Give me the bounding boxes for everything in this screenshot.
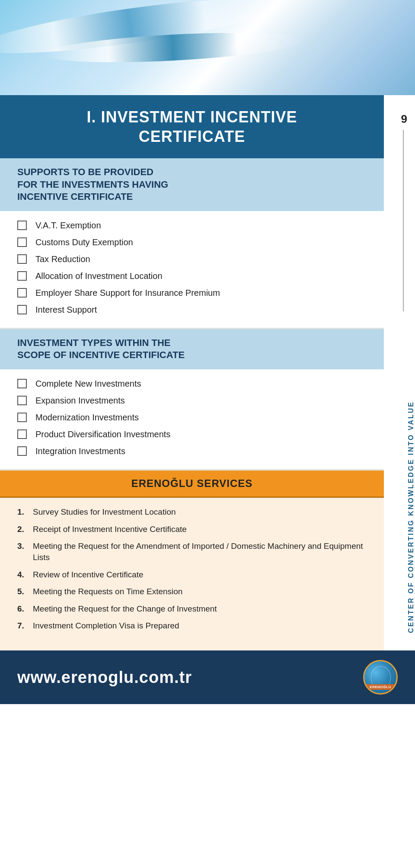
service-text-2: Receipt of Investment Incentive Certific… bbox=[33, 524, 187, 535]
checkbox-modernization[interactable] bbox=[17, 413, 27, 422]
checkbox-vat[interactable] bbox=[17, 221, 27, 230]
checkbox-label-modernization: Modernization Investments bbox=[35, 412, 139, 423]
checkbox-customs[interactable] bbox=[17, 237, 27, 247]
checkbox-item-modernization: Modernization Investments bbox=[17, 412, 367, 423]
checkbox-employer[interactable] bbox=[17, 288, 27, 298]
checkbox-label-allocation: Allocation of Investment Location bbox=[35, 270, 163, 282]
checkbox-interest[interactable] bbox=[17, 305, 27, 314]
supports-header: SUPPORTS TO BE PROVIDED FOR THE INVESTME… bbox=[0, 158, 384, 211]
service-item-3: 3. Meeting the Request for the Amendment… bbox=[17, 541, 367, 563]
footer-logo: ERENOĞLU bbox=[363, 660, 398, 695]
investment-types-header: INVESTMENT TYPES WITHIN THE SCOPE OF INC… bbox=[0, 329, 384, 369]
service-num-5: 5. bbox=[17, 586, 33, 597]
checkbox-allocation[interactable] bbox=[17, 271, 27, 281]
content-area: I. INVESTMENT INCENTIVE CERTIFICATE SUPP… bbox=[0, 95, 415, 650]
services-section: ERENOĞLU SERVICES 1. Survey Studies for … bbox=[0, 471, 384, 650]
footer-url[interactable]: www.erenoglu.com.tr bbox=[17, 668, 192, 687]
services-list: 1. Survey Studies for Investment Locatio… bbox=[17, 506, 367, 631]
checkbox-expansion[interactable] bbox=[17, 396, 27, 405]
checkbox-complete[interactable] bbox=[17, 379, 27, 388]
checkbox-item-interest: Interest Support bbox=[17, 304, 367, 316]
checkbox-item-tax: Tax Reduction bbox=[17, 253, 367, 265]
main-column: I. INVESTMENT INCENTIVE CERTIFICATE SUPP… bbox=[0, 95, 384, 650]
investment-types-list: Complete New Investments Expansion Inves… bbox=[0, 369, 384, 471]
section-title: I. INVESTMENT INCENTIVE CERTIFICATE bbox=[17, 107, 367, 146]
service-item-4: 4. Review of Incentive Certificate bbox=[17, 569, 367, 580]
service-item-1: 1. Survey Studies for Investment Locatio… bbox=[17, 506, 367, 518]
service-item-7: 7. Investment Completion Visa is Prepare… bbox=[17, 620, 367, 631]
checkbox-item-employer: Employer Share Support for Insurance Pre… bbox=[17, 287, 367, 299]
checkbox-label-diversification: Product Diversification Investments bbox=[35, 429, 170, 440]
service-text-6: Meeting the Request for the Change of In… bbox=[33, 603, 217, 615]
side-number: 9 bbox=[401, 112, 407, 126]
side-line bbox=[403, 130, 404, 311]
side-bar: 9 Center Of Converting Knowledge Into Va… bbox=[384, 95, 415, 650]
service-num-4: 4. bbox=[17, 569, 33, 580]
checkbox-item-expansion: Expansion Investments bbox=[17, 395, 367, 407]
checkbox-diversification[interactable] bbox=[17, 429, 27, 439]
service-text-7: Investment Completion Visa is Prepared bbox=[33, 620, 179, 631]
checkbox-item-integration: Integration Investments bbox=[17, 445, 367, 457]
checkbox-label-expansion: Expansion Investments bbox=[35, 395, 125, 407]
checkbox-item-vat: V.A.T. Exemption bbox=[17, 220, 367, 231]
footer-logo-name: ERENOĞLU bbox=[364, 684, 396, 690]
side-vertical-text: Center Of Converting Knowledge Into Valu… bbox=[404, 401, 415, 633]
checkbox-item-customs: Customs Duty Exemption bbox=[17, 237, 367, 248]
checkbox-tax[interactable] bbox=[17, 254, 27, 264]
checkbox-label-integration: Integration Investments bbox=[35, 445, 125, 457]
services-title: ERENOĞLU SERVICES bbox=[17, 477, 367, 490]
checkbox-item-allocation: Allocation of Investment Location bbox=[17, 270, 367, 282]
footer: www.erenoglu.com.tr ERENOĞLU bbox=[0, 650, 415, 704]
service-num-6: 6. bbox=[17, 603, 33, 615]
service-num-1: 1. bbox=[17, 506, 33, 518]
service-num-2: 2. bbox=[17, 524, 33, 535]
supports-heading: SUPPORTS TO BE PROVIDED FOR THE INVESTME… bbox=[17, 166, 367, 203]
checkbox-integration[interactable] bbox=[17, 446, 27, 456]
investment-types-heading: INVESTMENT TYPES WITHIN THE SCOPE OF INC… bbox=[17, 337, 367, 362]
header-banner bbox=[0, 0, 415, 95]
checkbox-item-diversification: Product Diversification Investments bbox=[17, 429, 367, 440]
service-text-5: Meeting the Requests on Time Extension bbox=[33, 586, 182, 597]
service-num-3: 3. bbox=[17, 541, 33, 552]
service-text-4: Review of Incentive Certificate bbox=[33, 569, 144, 580]
checkbox-label-employer: Employer Share Support for Insurance Pre… bbox=[35, 287, 220, 299]
service-item-2: 2. Receipt of Investment Incentive Certi… bbox=[17, 524, 367, 535]
service-item-6: 6. Meeting the Request for the Change of… bbox=[17, 603, 367, 615]
service-num-7: 7. bbox=[17, 620, 33, 631]
checkbox-label-customs: Customs Duty Exemption bbox=[35, 237, 133, 248]
service-text-3: Meeting the Request for the Amendment of… bbox=[33, 541, 367, 563]
service-text-1: Survey Studies for Investment Location bbox=[33, 506, 176, 518]
supports-checkbox-list: V.A.T. Exemption Customs Duty Exemption … bbox=[0, 211, 384, 329]
service-item-5: 5. Meeting the Requests on Time Extensio… bbox=[17, 586, 367, 597]
checkbox-item-complete: Complete New Investments bbox=[17, 378, 367, 390]
checkbox-label-vat: V.A.T. Exemption bbox=[35, 220, 101, 231]
checkbox-label-tax: Tax Reduction bbox=[35, 253, 90, 265]
services-header: ERENOĞLU SERVICES bbox=[0, 471, 384, 498]
checkbox-label-interest: Interest Support bbox=[35, 304, 97, 316]
section-title-block: I. INVESTMENT INCENTIVE CERTIFICATE bbox=[0, 95, 384, 158]
checkbox-label-complete: Complete New Investments bbox=[35, 378, 141, 390]
